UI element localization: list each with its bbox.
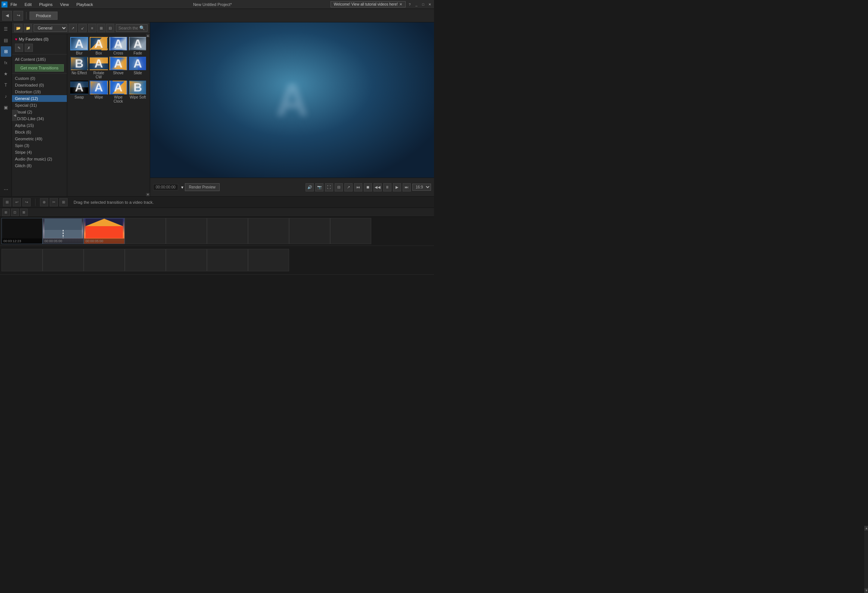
icon-bar-media[interactable]: ☰ [1,24,11,34]
icon-bar-music[interactable]: ♪ [1,91,11,102]
timeline-zoom-btn[interactable]: ⊠ [20,209,28,216]
transition-blur[interactable]: A Blur [70,37,88,55]
transition-rotatecw-thumb[interactable]: A [90,57,108,70]
transition-box-thumb[interactable]: A [90,37,108,50]
category-select[interactable]: General [34,24,67,32]
timecode-dropdown-btn[interactable]: ▾ [181,185,183,190]
transition-swap-thumb[interactable]: A [70,81,88,94]
transition-noeffect[interactable]: B No Effect [70,57,88,79]
tutorial-close-btn[interactable]: ✕ [399,2,402,6]
sidebar-item-block[interactable]: Block (6) [12,129,67,135]
icon-bar-subtitles[interactable]: ▤ [1,35,11,46]
export-btn[interactable]: ↗ [69,24,77,32]
transition-rotatecw[interactable]: A Rotate CW [90,57,108,79]
sidebar-item-spin[interactable]: Spin (3) [12,142,67,149]
fullscreen-btn[interactable]: ⛶ [325,183,333,191]
ripple-btn[interactable]: ⊞ [59,198,68,206]
sidebar-item-3d[interactable]: 3D/3D-Like (34) [12,115,67,122]
undo-status-btn[interactable]: ↩ [13,198,21,206]
transition-wipe[interactable]: A Wipe [90,81,108,103]
view-grid-large-btn[interactable]: ⊟ [106,24,114,32]
icon-bar-caption[interactable]: ▣ [1,102,11,113]
sidebar-collapse-btn[interactable]: ◀ [12,110,17,121]
search-input[interactable] [118,26,138,30]
transition-noeffect-thumb[interactable]: B [70,57,88,70]
get-more-transitions-btn[interactable]: Get more Transitions [15,64,64,72]
menu-file[interactable]: File [9,1,19,7]
favorites-section[interactable]: ♥ My Favorites (0) [12,35,67,43]
sidebar-all-content[interactable]: All Content (185) [12,56,67,63]
import2-btn[interactable]: ↙ [78,24,87,32]
menu-edit[interactable]: Edit [23,1,33,7]
split-view-btn[interactable]: ⊟ [335,183,343,191]
sidebar-item-geometric[interactable]: Geometric (49) [12,135,67,142]
sidebar-item-distortion[interactable]: Distortion (19) [12,88,67,95]
grid-scroll-up-btn[interactable]: ▲ [146,34,150,37]
timeline-fit-btn[interactable]: ⊡ [11,209,19,216]
menu-playback[interactable]: Playback [75,1,94,7]
view-grid-medium-btn[interactable]: ⊞ [97,24,105,32]
stop-btn[interactable]: ⏹ [364,183,372,191]
sidebar-item-custom[interactable]: Custom (0) [12,75,67,82]
transition-wipesoft[interactable]: B Wipe Soft [129,81,147,103]
sidebar-item-stripe[interactable]: Stripe (4) [12,149,67,156]
volume-btn[interactable]: 🔊 [306,183,314,191]
snapshot-btn[interactable]: 📷 [315,183,323,191]
transition-slide-thumb[interactable]: A [129,57,147,70]
go-end-btn[interactable]: ⏭ [403,183,411,191]
menu-view[interactable]: View [59,1,71,7]
sidebar-item-special[interactable]: Special (31) [12,102,67,109]
add-favorite-btn[interactable]: ✎ [15,44,23,52]
menu-plugins[interactable]: Plugins [38,1,54,7]
transition-fade[interactable]: A Fade [129,37,147,55]
pause-btn[interactable]: ⏸ [383,183,391,191]
icon-bar-effects[interactable]: fx [1,57,11,68]
transition-wipe-thumb[interactable]: A [90,81,108,94]
transition-shove[interactable]: A Shove [109,57,127,79]
transition-blur-thumb[interactable]: A [70,37,88,50]
razor-btn[interactable]: ✂ [50,198,58,206]
aspect-ratio-select[interactable]: 16:9 [412,184,431,191]
undo-btn[interactable]: ◀ [2,11,12,21]
transition-box[interactable]: A Box [90,37,108,55]
icon-bar-more[interactable]: ⋯ [1,184,11,195]
sidebar-item-alpha[interactable]: Alpha (15) [12,122,67,129]
external-btn[interactable]: ↗ [344,183,353,191]
go-start-btn[interactable]: ⏮ [354,183,362,191]
sidebar-item-visual[interactable]: Visual (2) [12,109,67,115]
new-folder-btn[interactable]: 📁 [24,24,32,32]
transition-wipeclock-thumb[interactable]: A [109,81,127,94]
transition-wipesoft-thumb[interactable]: B [129,81,147,94]
redo-status-btn[interactable]: ↪ [22,198,31,206]
redo-btn[interactable]: ↪ [13,11,23,21]
sidebar-item-downloaded[interactable]: Downloaded (0) [12,82,67,88]
grid-scroll-down-btn[interactable]: ▼ [146,193,150,196]
minimize-btn[interactable]: _ [414,2,419,7]
maximize-btn[interactable]: □ [421,2,426,7]
timeline-clip-3[interactable]: 00:00:05:00 [84,218,125,244]
transition-shove-thumb[interactable]: A [109,57,127,70]
transition-slide[interactable]: A Slide [129,57,147,79]
play-btn[interactable]: ▶ [393,183,401,191]
close-btn[interactable]: ✕ [427,2,433,7]
timeline-clip-1[interactable]: 00:03:12:23 [1,218,43,244]
rewind-btn[interactable]: ◀◀ [373,183,382,191]
transition-cross[interactable]: A Cross [109,37,127,55]
timeline-expand-btn[interactable]: ⊞ [2,209,10,216]
help-btn[interactable]: ? [407,2,412,7]
transition-wipeclock[interactable]: A Wipe Clock [109,81,127,103]
transition-fade-thumb[interactable]: A [129,37,147,50]
sidebar-item-general[interactable]: General (12) [12,95,67,102]
import-btn[interactable]: 📂 [14,24,22,32]
tutorial-banner[interactable]: Welcome! View all tutorial videos here! … [331,1,406,7]
icon-bar-transitions[interactable]: ⊞ [1,46,11,57]
icon-bar-text[interactable]: T [1,80,11,90]
icon-bar-overlay[interactable]: ★ [1,69,11,79]
produce-btn[interactable]: Produce [30,12,58,20]
add-track-btn[interactable]: ⊞ [3,198,11,206]
sidebar-item-glitch[interactable]: Glitch (8) [12,162,67,169]
render-preview-btn[interactable]: Render Preview [185,183,220,191]
remove-favorite-btn[interactable]: ✗ [25,44,33,52]
view-list-btn[interactable]: ≡ [88,24,96,32]
magnet-btn[interactable]: ⊕ [40,198,48,206]
